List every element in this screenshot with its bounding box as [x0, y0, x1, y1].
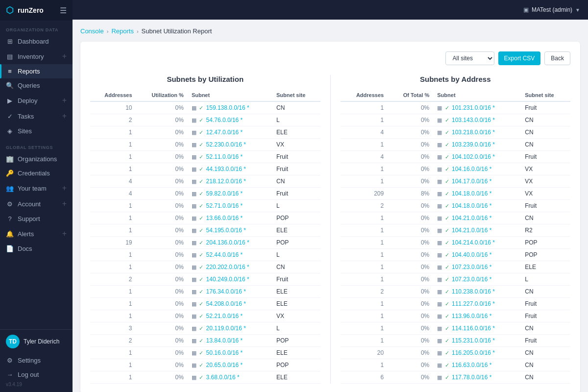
subnet-link[interactable]: 52.44.0.0/16 *	[206, 251, 243, 258]
subnet-link[interactable]: 54.76.0.0/16 *	[206, 117, 243, 123]
subnet-link[interactable]: 104.21.0.0/16 *	[452, 215, 491, 221]
subnet-link[interactable]: 107.23.0.0/16 *	[452, 264, 491, 270]
sidebar-item-account[interactable]: ⚙ Account +	[0, 196, 73, 212]
subnet-link[interactable]: 54.208.0.0/16 *	[206, 300, 246, 307]
sidebar-item-inventory[interactable]: ▤ Inventory +	[0, 49, 73, 64]
cell-subnet: ▦ ✓ 176.34.0.0/16 *	[188, 286, 272, 298]
sidebar-item-support[interactable]: ? Support	[0, 212, 73, 226]
cell-subnet: ▦ ✓ 13.66.0.0/16 *	[188, 212, 272, 224]
sidebar-item-credentials[interactable]: 🔑 Credentials	[0, 166, 73, 180]
sidebar-item-settings[interactable]: ⚙ Settings	[0, 353, 73, 368]
hamburger-icon[interactable]: ☰	[60, 6, 67, 15]
sites-select[interactable]: All sites	[445, 51, 494, 65]
sidebar-item-label: Reports	[18, 68, 40, 75]
subnet-link[interactable]: 103.218.0.0/16 *	[452, 129, 495, 136]
subnet-link[interactable]: 104.102.0.0/16 *	[452, 153, 495, 160]
sidebar-item-alerts[interactable]: 🔔 Alerts +	[0, 226, 73, 242]
subnet-link[interactable]: 115.231.0.0/16 *	[452, 337, 495, 344]
subnet-link[interactable]: 52.230.0.0/16 *	[206, 141, 246, 148]
subnet-link[interactable]: 104.17.0.0/16 *	[452, 178, 491, 185]
alerts-plus-icon[interactable]: +	[62, 229, 67, 238]
subnet-link[interactable]: 104.214.0.0/16 *	[452, 239, 495, 246]
subnet-link[interactable]: 176.34.0.0/16 *	[206, 288, 246, 295]
subnet-link[interactable]: 13.66.0.0/16 *	[206, 215, 243, 221]
cell-addresses: 4	[90, 175, 136, 188]
cell-of-total: 0%	[388, 298, 433, 310]
subnet-link[interactable]: 117.78.0.0/16 *	[452, 374, 491, 381]
check-icon: ✓	[199, 338, 203, 343]
cell-of-total: 0%	[388, 371, 433, 384]
sidebar-item-docs[interactable]: 📄 Docs	[0, 242, 73, 256]
subnet-link[interactable]: 52.21.0.0/16 *	[206, 313, 243, 319]
main-content: ▣ MATest (admin) ▼ Console › Reports › S…	[73, 0, 588, 392]
subnet-link[interactable]: 104.18.0.0/16 *	[452, 202, 491, 209]
subnet-link[interactable]: 116.63.0.0/16 *	[452, 362, 491, 368]
subnet-link[interactable]: 103.239.0.0/16 *	[452, 141, 495, 148]
subnet-link[interactable]: 140.249.0.0/16 *	[206, 276, 249, 283]
sidebar-item-logout[interactable]: → Log out	[0, 368, 73, 382]
account-plus-icon[interactable]: +	[62, 199, 67, 208]
subnet-link[interactable]: 104.21.0.0/16 *	[452, 227, 491, 234]
subnet-link[interactable]: 107.23.0.0/16 *	[452, 276, 491, 283]
sidebar-item-deploy[interactable]: ▶ Deploy +	[0, 93, 73, 108]
sidebar-item-tasks[interactable]: ✓ Tasks +	[0, 108, 73, 124]
breadcrumb-console[interactable]: Console	[80, 27, 104, 35]
subnet-link[interactable]: 52.71.0.0/16 *	[206, 202, 243, 209]
subnet-link[interactable]: 13.84.0.0/16 *	[206, 337, 243, 344]
table-icon: ▦	[437, 313, 442, 319]
subnet-link[interactable]: 20.65.0.0/16 *	[206, 362, 243, 368]
subnet-link[interactable]: 44.193.0.0/16 *	[206, 166, 246, 172]
export-csv-button[interactable]: Export CSV	[498, 51, 541, 65]
team-plus-icon[interactable]: +	[62, 184, 67, 193]
table-icon: ▦	[192, 142, 196, 147]
sidebar-item-queries[interactable]: 🔍 Queries	[0, 78, 73, 93]
subnet-link[interactable]: 104.18.0.0/16 *	[452, 190, 491, 197]
table-row: 1 0% ▦ ✓ 54.195.0.0/16 * ELE	[90, 224, 320, 237]
subnet-link[interactable]: 113.96.0.0/16 *	[452, 313, 491, 319]
subnet-link[interactable]: 103.143.0.0/16 *	[452, 117, 495, 123]
col-addresses: Addresses	[90, 89, 136, 101]
back-button[interactable]: Back	[544, 51, 570, 65]
sidebar-item-dashboard[interactable]: ⊞ Dashboard	[0, 34, 73, 49]
cell-utilization: 0%	[136, 188, 188, 200]
table-row: 1 0% ▦ ✓ 107.23.0.0/16 * L	[341, 273, 571, 286]
cell-site: POP	[272, 212, 320, 224]
topbar-user[interactable]: ▣ MATest (admin) ▼	[523, 6, 580, 13]
subnet-link[interactable]: 12.47.0.0/16 *	[206, 129, 243, 136]
sidebar-item-sites[interactable]: ◈ Sites	[0, 124, 73, 138]
subnet-link[interactable]: 20.119.0.0/16 *	[206, 325, 246, 332]
subnet-link[interactable]: 111.227.0.0/16 *	[452, 300, 495, 307]
check-icon: ✓	[445, 215, 449, 221]
subnet-link[interactable]: 104.16.0.0/16 *	[452, 166, 491, 172]
subnet-link[interactable]: 54.195.0.0/16 *	[206, 227, 246, 234]
table-row: 3 0% ▦ ✓ 20.119.0.0/16 * L	[90, 322, 320, 335]
sidebar-item-your-team[interactable]: 👥 Your team +	[0, 180, 73, 196]
inventory-plus-icon[interactable]: +	[62, 52, 67, 61]
subnet-link[interactable]: 59.82.0.0/16 *	[206, 190, 243, 197]
subnet-link[interactable]: 50.16.0.0/16 *	[206, 349, 243, 356]
table-icon: ▦	[437, 117, 442, 123]
sidebar-item-reports[interactable]: ≡ Reports	[0, 64, 73, 78]
subnet-link[interactable]: 104.40.0.0/16 *	[452, 251, 491, 258]
breadcrumb-reports[interactable]: Reports	[111, 27, 134, 35]
subnet-link[interactable]: 116.205.0.0/16 *	[452, 349, 495, 356]
subnet-link[interactable]: 101.231.0.0/16 *	[452, 104, 495, 111]
subnet-link[interactable]: 110.238.0.0/16 *	[452, 288, 495, 295]
tasks-plus-icon[interactable]: +	[62, 112, 67, 121]
cell-site: CN	[521, 114, 570, 126]
check-icon: ✓	[445, 240, 449, 245]
check-icon: ✓	[199, 178, 203, 184]
subnet-link[interactable]: 52.11.0.0/16 *	[206, 153, 243, 160]
org-icon: ▣	[523, 6, 529, 13]
deploy-plus-icon[interactable]: +	[62, 96, 67, 105]
subnet-link[interactable]: 114.116.0.0/16 *	[452, 325, 495, 332]
subnet-link[interactable]: 3.68.0.0/16 *	[206, 374, 240, 381]
cell-site: ELE	[272, 224, 320, 237]
subnet-link[interactable]: 204.136.0.0/16 *	[206, 239, 249, 246]
sidebar-item-organizations[interactable]: 🏢 Organizations	[0, 152, 73, 166]
cell-subnet: ▦ ✓ 111.227.0.0/16 *	[433, 298, 521, 310]
subnet-link[interactable]: 220.202.0.0/16 *	[206, 264, 249, 270]
subnet-link[interactable]: 218.12.0.0/16 *	[206, 178, 246, 185]
subnet-link[interactable]: 159.138.0.0/16 *	[206, 104, 249, 111]
check-icon: ✓	[445, 289, 449, 294]
